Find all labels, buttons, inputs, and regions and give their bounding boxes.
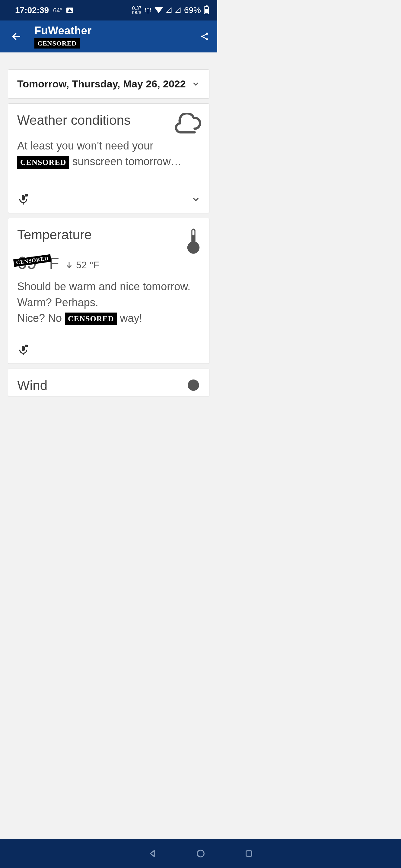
svg-point-14: [188, 379, 199, 391]
expand-weather-button[interactable]: [192, 195, 200, 204]
share-button[interactable]: [198, 30, 211, 43]
app-bar: FuWeather CENSORED: [0, 21, 217, 53]
vibrate-icon: ⁞▯⁞: [145, 7, 151, 14]
temperature-card: Temperature 69 CENSORED °F 52 °F Should …: [8, 218, 209, 364]
content-area: Tomorrow, Thursday, May 26, 2022 Weather…: [0, 53, 217, 441]
speak-temperature-button[interactable]: [17, 344, 29, 356]
signal-icon: [166, 7, 172, 13]
svg-rect-9: [193, 230, 195, 236]
temperature-values: 69 CENSORED °F 52 °F: [17, 253, 200, 273]
title-block: FuWeather CENSORED: [34, 24, 198, 49]
temp-body-line3: Nice? No CENSORED way!: [17, 310, 200, 326]
temp-body-line3-pre: Nice? No: [17, 312, 62, 324]
image-icon: [66, 7, 73, 13]
wind-title: Wind: [17, 378, 200, 393]
temp-body-line2: Warm? Perhaps.: [17, 295, 200, 310]
weather-body: At least you won't need your CENSORED su…: [17, 138, 200, 169]
microphone-quote-icon: [17, 193, 29, 206]
chevron-down-icon: [192, 80, 200, 88]
wind-icon: [185, 377, 202, 394]
network-speed-unit: KB/S: [132, 11, 142, 14]
status-outside-temp: 64°: [53, 7, 62, 14]
wind-card: Wind: [8, 369, 209, 396]
network-speed: 0.37 KB/S: [132, 6, 142, 14]
temperature-low: 52 °F: [65, 259, 99, 271]
weather-card-footer: [17, 187, 200, 206]
svg-rect-7: [25, 194, 28, 196]
date-label: Tomorrow, Thursday, May 26, 2022: [17, 78, 186, 90]
weather-body-censored: CENSORED: [17, 156, 69, 169]
status-right: 0.37 KB/S ⁞▯⁞ 69%: [132, 5, 209, 15]
temp-body-line3-post: way!: [120, 312, 142, 324]
weather-conditions-card: Weather conditions At least you won't ne…: [8, 103, 209, 213]
subtitle-censored: CENSORED: [34, 38, 80, 49]
temperature-low-value: 52 °F: [76, 259, 99, 271]
svg-line-4: [203, 34, 206, 36]
temp-body-line3-censored: CENSORED: [65, 313, 117, 325]
signal2-icon: [175, 7, 181, 13]
wifi-icon: [154, 7, 163, 13]
status-bar: 17:02:39 64° 0.37 KB/S ⁞▯⁞ 69%: [0, 0, 217, 21]
battery-icon: [204, 6, 209, 14]
temp-body-line1: Should be warm and nice tomorrow.: [17, 279, 200, 294]
arrow-left-icon: [11, 31, 22, 41]
chevron-down-icon: [192, 195, 200, 204]
status-time: 17:02:39: [15, 5, 49, 15]
network-speed-value: 0.37: [132, 6, 142, 11]
microphone-quote-icon: [17, 344, 29, 356]
svg-rect-13: [25, 345, 28, 347]
svg-point-10: [188, 242, 200, 254]
speak-button[interactable]: [17, 193, 29, 206]
back-button[interactable]: [10, 30, 23, 43]
temperature-body: Should be warm and nice tomorrow. Warm? …: [17, 279, 200, 326]
status-left: 17:02:39 64°: [15, 5, 73, 15]
svg-line-5: [203, 37, 206, 39]
cloud-icon: [173, 113, 202, 134]
app-title: FuWeather: [34, 24, 198, 37]
date-selector-card[interactable]: Tomorrow, Thursday, May 26, 2022: [8, 69, 209, 98]
weather-body-post: sunscreen tomorrow…: [73, 155, 182, 167]
battery-percent: 69%: [184, 5, 201, 15]
arrow-down-icon: [65, 261, 73, 269]
share-icon: [200, 32, 209, 41]
thermometer-icon: [185, 227, 202, 254]
temperature-high: 69 CENSORED: [17, 253, 37, 273]
temperature-card-footer: [17, 338, 200, 356]
temperature-title: Temperature: [17, 227, 200, 242]
weather-body-pre: At least you won't need your: [17, 140, 153, 152]
